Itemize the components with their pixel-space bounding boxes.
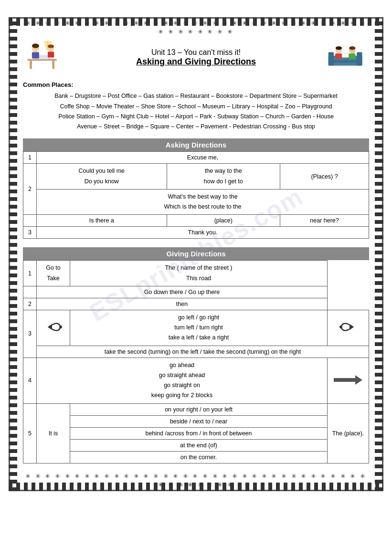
svg-point-10 (48, 45, 54, 49)
svg-marker-28 (355, 375, 362, 385)
giving-behind: behind /across from / in front of betwee… (70, 427, 328, 439)
common-places-section: Common Places: Bank – Drugstore – Post O… (23, 81, 369, 132)
page-subtitle: Asking and Giving Directions (136, 57, 256, 67)
giving-row-num-5: 5 (23, 403, 37, 463)
asking-place: (place) (167, 215, 280, 227)
svg-point-5 (32, 44, 39, 48)
asking-row-2d: Is there a (place) near here? (23, 215, 369, 227)
common-places-title: Common Places: (23, 81, 369, 88)
giving-row-4: 4 go ahead go straight ahead go straight… (23, 358, 369, 403)
header-text-block: Unit 13 – You can't miss it! Asking and … (136, 48, 256, 67)
giving-row-num-2: 2 (23, 298, 37, 310)
asking-row-num-1: 1 (23, 152, 37, 164)
page-content: ESLprintables.com ✳ ✳ ✳ ✳ ✳ ✳ ✳ ✳ ✳ ✳ ✳ … (9, 9, 383, 500)
svg-point-26 (339, 326, 342, 328)
giving-go-ahead: go ahead go straight ahead go straight o… (37, 358, 328, 403)
svg-rect-15 (328, 61, 362, 63)
right-arrow-icon (328, 310, 369, 346)
svg-marker-25 (350, 324, 353, 330)
giving-on-the-corner: on the corner. (70, 451, 328, 463)
giving-directions-left-right: go left / go right turn left / turn righ… (70, 310, 328, 346)
giving-row-num-4: 4 (23, 358, 37, 403)
asking-row-2-phrase1: Could you tell me Do you know (37, 164, 167, 190)
asking-row-2c: What's the best way to the Which is the … (23, 189, 369, 215)
svg-rect-22 (342, 53, 349, 58)
asking-row-num-2: 2 (23, 164, 37, 215)
asking-is-there: Is there a (37, 215, 167, 227)
giving-then: then (37, 298, 328, 310)
header: Unit 13 – You can't miss it! Asking and … (23, 38, 369, 76)
svg-rect-13 (328, 53, 334, 66)
giving-row-1-col1: Go to Take (37, 261, 70, 286)
unit-title: Unit 13 – You can't miss it! (136, 48, 256, 57)
svg-point-17 (336, 46, 342, 50)
giving-row-5: 5 It is on your right / on your left The… (23, 403, 369, 415)
giving-row-1: 1 Go to Take The ( name of the street ) … (23, 261, 369, 286)
svg-rect-14 (357, 53, 362, 66)
asking-row-num-3: 3 (23, 227, 37, 239)
top-asterisk-border: ✳ ✳ ✳ ✳ ✳ ✳ ✳ ✳ ✳ ✳ ✳ ✳ ✳ ✳ ✳ ✳ ✳ ✳ ✳ ✳ … (23, 19, 369, 36)
giving-row-2: 2 then (23, 298, 369, 310)
asking-row-1-text: Excuse me, (37, 152, 369, 164)
asking-row-2-phrase2: the way to the how do I get to (167, 164, 280, 190)
giving-row-3b: take the second (turning) on the left / … (23, 346, 369, 358)
giving-at-the-end: at the end (of) (70, 439, 328, 451)
svg-rect-6 (32, 53, 39, 59)
giving-row-1b: Go down there / Go up there (23, 286, 369, 298)
asking-row-2-places: (Places) ? (280, 164, 369, 190)
giving-the-place: The (place). (328, 403, 369, 463)
svg-marker-23 (49, 324, 52, 330)
giving-it-is: It is (37, 403, 70, 463)
giving-directions-table: 1 Go to Take The ( name of the street ) … (23, 260, 369, 463)
svg-rect-11 (48, 52, 54, 58)
giving-row-5e: on the corner. (23, 451, 369, 463)
giving-row-5d: at the end (of) (23, 439, 369, 451)
svg-rect-21 (349, 53, 355, 59)
giving-row-num-1: 1 (23, 261, 37, 286)
illustration-right (326, 38, 369, 72)
giving-row-3: 3 go left / go right turn left / turn ri… (23, 310, 369, 346)
asking-directions-table: 1 Excuse me, 2 Could you tell me Do you … (23, 151, 369, 239)
straight-arrow-icon (328, 358, 369, 403)
asking-near-here: near here? (280, 215, 369, 227)
svg-rect-1 (30, 61, 32, 69)
giving-row-5b: beside / next to / near (23, 415, 369, 427)
common-places-text: Bank – Drugstore – Post Office – Gas sta… (23, 91, 369, 132)
svg-rect-27 (334, 378, 355, 382)
asking-row-1: 1 Excuse me, (23, 152, 369, 164)
illustration-left (23, 38, 66, 72)
giving-row-num-3: 3 (23, 310, 37, 358)
svg-rect-2 (52, 61, 54, 69)
giving-directions-header: Giving Directions (23, 247, 369, 260)
giving-row-1-col2: The ( name of the street ) This road (70, 261, 328, 286)
asking-directions-header: Asking Directions (23, 138, 369, 151)
giving-go-down: Go down there / Go up there (37, 286, 328, 298)
svg-point-24 (59, 326, 62, 328)
svg-rect-18 (335, 53, 342, 59)
asking-row-2-best-way: What's the best way to the Which is the … (37, 189, 369, 215)
giving-take-second: take the second (turning) on the left / … (37, 346, 369, 358)
giving-beside: beside / next to / near (70, 415, 328, 427)
bottom-asterisk-border: ✳ ✳ ✳ ✳ ✳ ✳ ✳ ✳ ✳ ✳ ✳ ✳ ✳ ✳ ✳ ✳ ✳ ✳ ✳ ✳ … (23, 472, 369, 489)
giving-on-your-right: on your right / on your left (70, 403, 328, 415)
svg-point-20 (349, 46, 355, 50)
giving-row-5c: behind /across from / in front of betwee… (23, 427, 369, 439)
asking-row-3-text: Thank you. (37, 227, 369, 239)
left-arrow-icon (37, 310, 70, 346)
asking-row-3: 3 Thank you. (23, 227, 369, 239)
